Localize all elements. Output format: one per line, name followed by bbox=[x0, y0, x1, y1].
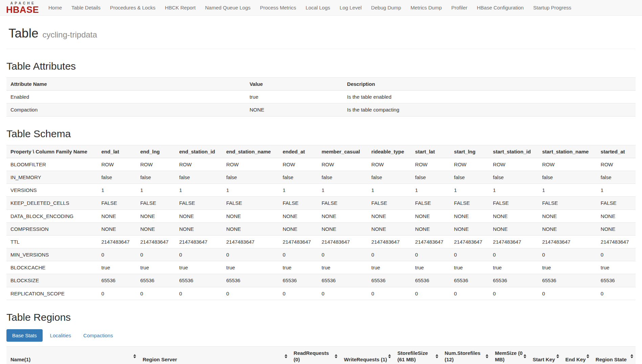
attribute-name: Enabled bbox=[6, 91, 245, 103]
schema-row-blockcache: BLOCKCACHEtruetruetruetruetruetruetruetr… bbox=[6, 261, 636, 274]
nav-item-home[interactable]: Home bbox=[44, 0, 67, 15]
schema-property-name: MIN_VERSIONS bbox=[6, 248, 97, 261]
attributes-col-description: Description bbox=[343, 78, 636, 91]
nav-item-profiler[interactable]: Profiler bbox=[447, 0, 472, 15]
attribute-row-compaction: CompactionNONEIs the table compacting bbox=[6, 103, 636, 116]
schema-property-value: NONE bbox=[175, 210, 222, 222]
schema-property-value: false bbox=[317, 171, 367, 184]
nav-item-hbck-report[interactable]: HBCK Report bbox=[160, 0, 200, 15]
schema-property-value: FALSE bbox=[411, 197, 450, 210]
regions-col-region-server[interactable]: Region Server bbox=[138, 346, 289, 364]
schema-property-value: ROW bbox=[411, 158, 450, 171]
tab-localities[interactable]: Localities bbox=[45, 329, 76, 342]
nav-item-local-logs[interactable]: Local Logs bbox=[301, 0, 335, 15]
schema-col-property: Property \ Column Family Name bbox=[6, 145, 97, 158]
schema-property-value: 1 bbox=[411, 184, 450, 197]
nav-item-hbase-configuration[interactable]: HBase Configuration bbox=[472, 0, 528, 15]
schema-property-value: 0 bbox=[450, 248, 489, 261]
schema-property-value: ROW bbox=[97, 158, 136, 171]
schema-property-value: 0 bbox=[279, 287, 317, 300]
schema-property-value: FALSE bbox=[222, 197, 279, 210]
schema-property-value: 65536 bbox=[136, 274, 175, 287]
nav-item-table-details[interactable]: Table Details bbox=[67, 0, 105, 15]
schema-property-name: REPLICATION_SCOPE bbox=[6, 287, 97, 300]
nav-item-metrics-dump[interactable]: Metrics Dump bbox=[406, 0, 447, 15]
regions-col-label: Region Server bbox=[142, 357, 177, 362]
regions-col-label: Num.Storefiles (12) bbox=[445, 350, 481, 362]
regions-tabs: Base StatsLocalitiesCompactions bbox=[6, 329, 636, 342]
schema-property-value: NONE bbox=[136, 222, 175, 235]
schema-property-value: 1 bbox=[597, 184, 636, 197]
nav-item-procedures-locks[interactable]: Procedures & Locks bbox=[105, 0, 160, 15]
attributes-header-row: Attribute NameValueDescription bbox=[6, 78, 636, 91]
schema-property-value: 2147483647 bbox=[411, 235, 450, 248]
sort-up-arrow bbox=[285, 354, 287, 356]
schema-property-value: false bbox=[97, 171, 136, 184]
attribute-description: Is the table enabled bbox=[343, 91, 636, 103]
nav-item-debug-dump[interactable]: Debug Dump bbox=[367, 0, 406, 15]
attribute-value: NONE bbox=[245, 103, 343, 116]
schema-property-name: VERSIONS bbox=[6, 184, 97, 197]
nav-item-startup-progress[interactable]: Startup Progress bbox=[528, 0, 576, 15]
schema-property-value: 2147483647 bbox=[450, 235, 489, 248]
page-content: Table cycling-tripdata Table Attributes … bbox=[0, 26, 642, 364]
schema-property-value: true bbox=[489, 261, 538, 274]
schema-property-name: BLOCKCACHE bbox=[6, 261, 97, 274]
sort-down-arrow bbox=[524, 357, 526, 358]
regions-col-name-1[interactable]: Name(1) bbox=[6, 346, 138, 364]
schema-property-value: 0 bbox=[411, 287, 450, 300]
nav-item-log-level[interactable]: Log Level bbox=[335, 0, 367, 15]
schema-col-start-lng: start_lng bbox=[450, 145, 489, 158]
schema-property-value: ROW bbox=[222, 158, 279, 171]
schema-property-value: false bbox=[489, 171, 538, 184]
schema-col-start-lat: start_lat bbox=[411, 145, 450, 158]
schema-property-value: FALSE bbox=[538, 197, 597, 210]
tab-base-stats[interactable]: Base Stats bbox=[6, 329, 43, 342]
regions-col-start-key[interactable]: Start Key bbox=[529, 346, 561, 364]
schema-property-name: BLOOMFILTER bbox=[6, 158, 97, 171]
schema-property-value: NONE bbox=[222, 210, 279, 222]
schema-property-value: ROW bbox=[317, 158, 367, 171]
schema-property-value: 65536 bbox=[538, 274, 597, 287]
regions-col-memsize-0-mb[interactable]: MemSize (0 MB) bbox=[491, 346, 529, 364]
regions-col-end-key[interactable]: End Key bbox=[561, 346, 592, 364]
schema-property-value: 2147483647 bbox=[97, 235, 136, 248]
schema-property-value: 65536 bbox=[279, 274, 317, 287]
schema-property-value: NONE bbox=[367, 222, 411, 235]
schema-property-value: ROW bbox=[489, 158, 538, 171]
schema-heading: Table Schema bbox=[6, 128, 636, 140]
attributes-body: EnabledtrueIs the table enabledCompactio… bbox=[6, 91, 636, 116]
schema-row-data-block-encoding: DATA_BLOCK_ENCODINGNONENONENONENONENONEN… bbox=[6, 210, 636, 222]
schema-property-value: true bbox=[450, 261, 489, 274]
tab-compactions[interactable]: Compactions bbox=[79, 329, 118, 342]
schema-property-value: 0 bbox=[597, 248, 636, 261]
regions-table: Name(1)Region ServerReadRequests (0)Writ… bbox=[6, 346, 636, 364]
sort-up-arrow bbox=[630, 354, 633, 356]
schema-property-value: 0 bbox=[450, 287, 489, 300]
schema-property-value: NONE bbox=[279, 222, 317, 235]
nav-item-process-metrics[interactable]: Process Metrics bbox=[255, 0, 301, 15]
regions-col-region-state[interactable]: Region State bbox=[592, 346, 636, 364]
regions-col-readrequests-0[interactable]: ReadRequests (0) bbox=[290, 346, 340, 364]
schema-col-started-at: started_at bbox=[597, 145, 636, 158]
schema-property-value: 65536 bbox=[489, 274, 538, 287]
schema-property-value: FALSE bbox=[97, 197, 136, 210]
schema-table: Property \ Column Family Nameend_latend_… bbox=[6, 145, 636, 300]
nav-item-named-queue-logs[interactable]: Named Queue Logs bbox=[200, 0, 255, 15]
schema-property-value: 0 bbox=[489, 287, 538, 300]
regions-col-writerequests-1[interactable]: WriteRequests (1) bbox=[340, 346, 393, 364]
sort-down-arrow bbox=[285, 357, 287, 358]
schema-property-value: ROW bbox=[367, 158, 411, 171]
sort-down-arrow bbox=[388, 357, 391, 358]
hbase-logo[interactable]: APACHE HBASE bbox=[6, 1, 39, 15]
schema-property-value: NONE bbox=[411, 210, 450, 222]
schema-col-end-station-id: end_station_id bbox=[175, 145, 222, 158]
regions-header-row: Name(1)Region ServerReadRequests (0)Writ… bbox=[6, 346, 636, 364]
schema-property-value: 1 bbox=[450, 184, 489, 197]
regions-col-storefilesize-61-mb[interactable]: StorefileSize (61 MB) bbox=[393, 346, 440, 364]
schema-property-value: NONE bbox=[489, 222, 538, 235]
schema-property-value: 65536 bbox=[97, 274, 136, 287]
schema-property-value: false bbox=[367, 171, 411, 184]
regions-col-num-storefiles-12[interactable]: Num.Storefiles (12) bbox=[441, 346, 491, 364]
schema-row-keep-deleted-cells: KEEP_DELETED_CELLSFALSEFALSEFALSEFALSEFA… bbox=[6, 197, 636, 210]
